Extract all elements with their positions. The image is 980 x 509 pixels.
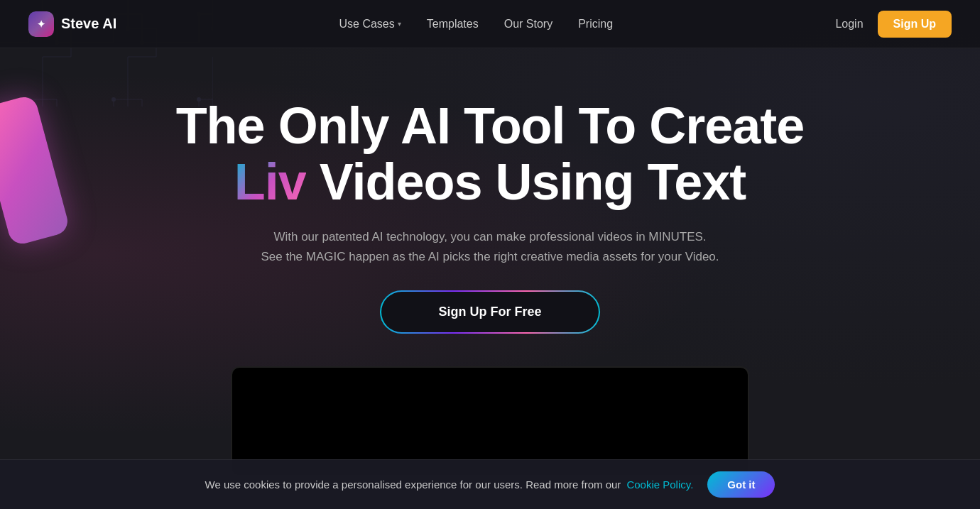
cta-button-wrapper[interactable]: Sign Up For Free	[381, 292, 598, 332]
navbar: ✦ Steve AI Use Cases ▾ Templates Our Sto…	[0, 0, 980, 48]
logo[interactable]: ✦ Steve AI	[28, 11, 116, 37]
signup-button[interactable]: Sign Up	[878, 11, 952, 38]
nav-links: Use Cases ▾ Templates Our Story Pricing	[339, 18, 614, 31]
cookie-policy-link[interactable]: Cookie Policy.	[626, 478, 693, 491]
hero-section: The Only AI Tool To Create Liv Videos Us…	[0, 48, 980, 476]
nav-templates[interactable]: Templates	[427, 18, 479, 31]
hero-title: The Only AI Tool To Create Liv Videos Us…	[170, 98, 810, 210]
cookie-accept-button[interactable]: Got it	[707, 471, 775, 498]
nav-our-story[interactable]: Our Story	[504, 18, 552, 31]
login-button[interactable]: Login	[835, 18, 863, 31]
nav-use-cases[interactable]: Use Cases ▾	[339, 18, 401, 31]
nav-actions: Login Sign Up	[835, 11, 952, 38]
cookie-banner: We use cookies to provide a personalised…	[0, 459, 980, 509]
signup-free-button[interactable]: Sign Up For Free	[381, 292, 598, 332]
chevron-down-icon: ▾	[398, 20, 401, 28]
nav-pricing[interactable]: Pricing	[578, 18, 613, 31]
cookie-text: We use cookies to provide a personalised…	[205, 478, 621, 491]
logo-icon: ✦	[28, 11, 54, 37]
brand-name: Steve AI	[61, 16, 116, 32]
hero-subtitle: With our patented AI technology, you can…	[261, 227, 719, 266]
